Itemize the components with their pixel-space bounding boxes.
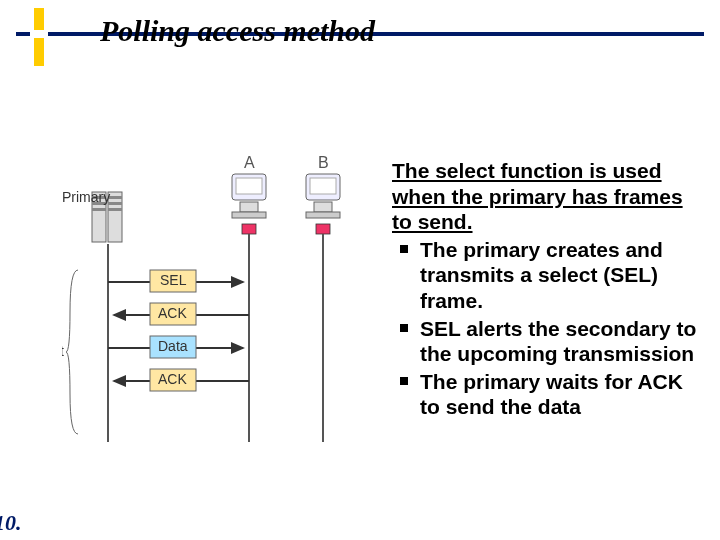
title-accent (34, 38, 44, 66)
svg-rect-15 (306, 212, 340, 218)
slide-title: Polling access method (100, 14, 375, 48)
slide-title-block: Polling access method (16, 8, 704, 68)
svg-rect-10 (240, 202, 258, 212)
page-number: 10. (0, 510, 22, 536)
title-accent (16, 32, 30, 36)
primary-label: Primary (62, 189, 110, 205)
bullet-item: The primary waits for ACK to send the da… (392, 369, 702, 420)
svg-rect-7 (108, 208, 122, 211)
station-b-icon (306, 174, 340, 218)
lead-sentence: The select function is used when the pri… (392, 158, 702, 235)
select-label: Select (62, 343, 64, 359)
frame-data-text: Data (158, 338, 188, 354)
bullet-item: The primary creates and transmits a sele… (392, 237, 702, 314)
svg-rect-13 (310, 178, 336, 194)
svg-rect-3 (92, 208, 106, 211)
tap-b (316, 224, 330, 234)
frame-sel-text: SEL (160, 272, 187, 288)
svg-rect-14 (314, 202, 332, 212)
title-accent (34, 8, 44, 30)
tap-a (242, 224, 256, 234)
content-text: The select function is used when the pri… (392, 158, 702, 422)
station-a-label: A (244, 154, 255, 171)
bullet-list: The primary creates and transmits a sele… (392, 237, 702, 420)
select-brace (66, 270, 78, 434)
bullet-item: SEL alerts the secondary to the upcoming… (392, 316, 702, 367)
polling-diagram: Primary A B Select SEL ACK Data (62, 152, 378, 456)
station-b-label: B (318, 154, 329, 171)
station-a-icon (232, 174, 266, 218)
frame-ack2-text: ACK (158, 371, 187, 387)
svg-rect-9 (236, 178, 262, 194)
frame-ack1-text: ACK (158, 305, 187, 321)
svg-rect-11 (232, 212, 266, 218)
